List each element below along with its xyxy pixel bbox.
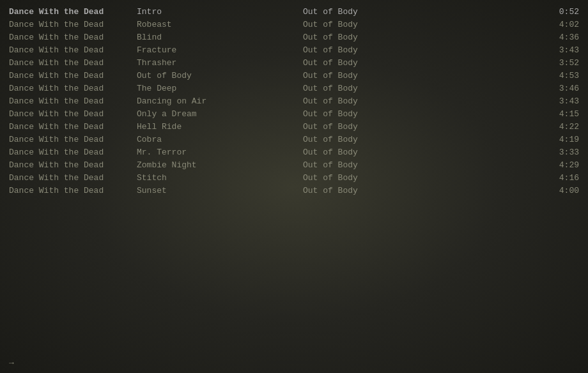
duration-cell: 3:46 bbox=[486, 84, 588, 93]
album-cell: Out of Body bbox=[294, 173, 486, 183]
album-cell: Out of Body bbox=[294, 58, 486, 68]
artist-cell: Dance With the Dead bbox=[0, 160, 128, 170]
table-row[interactable]: Dance With the DeadThrasherOut of Body3:… bbox=[0, 56, 588, 69]
title-cell: Out of Body bbox=[128, 71, 294, 80]
artist-cell: Dance With the Dead bbox=[0, 135, 128, 144]
table-row[interactable]: Dance With the DeadFractureOut of Body3:… bbox=[0, 43, 588, 56]
duration-cell: 4:16 bbox=[486, 173, 588, 183]
duration-cell: 3:43 bbox=[486, 96, 588, 106]
artist-cell: Dance With the Dead bbox=[0, 122, 128, 132]
artist-cell: Dance With the Dead bbox=[0, 7, 128, 17]
title-cell: Mr. Terror bbox=[128, 148, 294, 157]
duration-cell: 3:52 bbox=[486, 58, 588, 68]
duration-cell: 4:53 bbox=[486, 71, 588, 80]
artist-cell: Dance With the Dead bbox=[0, 45, 128, 55]
album-cell: Out of Body bbox=[294, 71, 486, 80]
artist-cell: Dance With the Dead bbox=[0, 84, 128, 93]
title-cell: The Deep bbox=[128, 84, 294, 93]
table-row[interactable]: Dance With the DeadZombie NightOut of Bo… bbox=[0, 158, 588, 171]
album-cell: Out of Body bbox=[294, 160, 486, 170]
table-row[interactable]: Dance With the DeadHell RideOut of Body4… bbox=[0, 120, 588, 133]
title-cell: Intro bbox=[128, 7, 294, 17]
artist-cell: Dance With the Dead bbox=[0, 109, 128, 119]
artist-cell: Dance With the Dead bbox=[0, 20, 128, 29]
duration-cell: 4:02 bbox=[486, 20, 588, 29]
artist-cell: Dance With the Dead bbox=[0, 96, 128, 106]
track-list: Dance With the DeadIntroOut of Body0:52D… bbox=[0, 0, 588, 202]
arrow-indicator: → bbox=[9, 358, 14, 368]
title-cell: Dancing on Air bbox=[128, 96, 294, 106]
duration-cell: 4:36 bbox=[486, 33, 588, 42]
artist-cell: Dance With the Dead bbox=[0, 186, 128, 195]
album-cell: Out of Body bbox=[294, 7, 486, 17]
artist-cell: Dance With the Dead bbox=[0, 71, 128, 80]
title-cell: Zombie Night bbox=[128, 160, 294, 170]
artist-cell: Dance With the Dead bbox=[0, 148, 128, 157]
album-cell: Out of Body bbox=[294, 135, 486, 144]
duration-cell: 3:43 bbox=[486, 45, 588, 55]
album-cell: Out of Body bbox=[294, 84, 486, 93]
title-cell: Sunset bbox=[128, 186, 294, 195]
artist-cell: Dance With the Dead bbox=[0, 58, 128, 68]
table-row[interactable]: Dance With the DeadSunsetOut of Body4:00 bbox=[0, 184, 588, 197]
album-cell: Out of Body bbox=[294, 122, 486, 132]
title-cell: Robeast bbox=[128, 20, 294, 29]
artist-cell: Dance With the Dead bbox=[0, 173, 128, 183]
album-cell: Out of Body bbox=[294, 20, 486, 29]
title-cell: Stitch bbox=[128, 173, 294, 183]
title-cell: Cobra bbox=[128, 135, 294, 144]
album-cell: Out of Body bbox=[294, 45, 486, 55]
album-cell: Out of Body bbox=[294, 33, 486, 42]
table-row[interactable]: Dance With the DeadStitchOut of Body4:16 bbox=[0, 171, 588, 184]
table-row[interactable]: Dance With the DeadCobraOut of Body4:19 bbox=[0, 133, 588, 146]
table-row[interactable]: Dance With the DeadOut of BodyOut of Bod… bbox=[0, 69, 588, 82]
title-cell: Blind bbox=[128, 33, 294, 42]
duration-cell: 4:15 bbox=[486, 109, 588, 119]
duration-cell: 4:00 bbox=[486, 186, 588, 195]
table-row[interactable]: Dance With the DeadIntroOut of Body0:52 bbox=[0, 5, 588, 18]
table-row[interactable]: Dance With the DeadMr. TerrorOut of Body… bbox=[0, 146, 588, 158]
album-cell: Out of Body bbox=[294, 148, 486, 157]
duration-cell: 4:22 bbox=[486, 122, 588, 132]
title-cell: Thrasher bbox=[128, 58, 294, 68]
album-cell: Out of Body bbox=[294, 186, 486, 195]
title-cell: Fracture bbox=[128, 45, 294, 55]
title-cell: Only a Dream bbox=[128, 109, 294, 119]
album-cell: Out of Body bbox=[294, 96, 486, 106]
table-row[interactable]: Dance With the DeadRobeastOut of Body4:0… bbox=[0, 18, 588, 31]
duration-cell: 4:29 bbox=[486, 160, 588, 170]
duration-cell: 0:52 bbox=[486, 7, 588, 17]
table-row[interactable]: Dance With the DeadDancing on AirOut of … bbox=[0, 95, 588, 107]
album-cell: Out of Body bbox=[294, 109, 486, 119]
table-row[interactable]: Dance With the DeadThe DeepOut of Body3:… bbox=[0, 82, 588, 95]
duration-cell: 4:19 bbox=[486, 135, 588, 144]
table-row[interactable]: Dance With the DeadBlindOut of Body4:36 bbox=[0, 31, 588, 43]
artist-cell: Dance With the Dead bbox=[0, 33, 128, 42]
title-cell: Hell Ride bbox=[128, 122, 294, 132]
duration-cell: 3:33 bbox=[486, 148, 588, 157]
table-row[interactable]: Dance With the DeadOnly a DreamOut of Bo… bbox=[0, 107, 588, 120]
